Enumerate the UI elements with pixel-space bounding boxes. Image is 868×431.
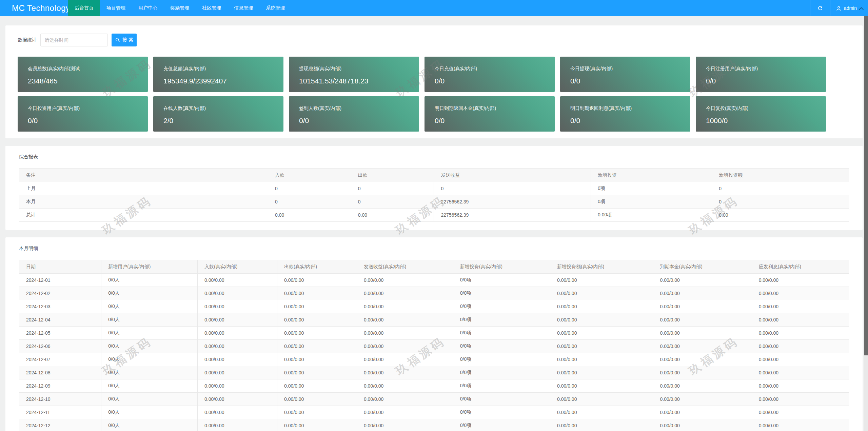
stat-card-value: 0/0 [299, 117, 419, 125]
table-cell: 0.00/0.00 [357, 287, 453, 300]
table-cell: 0.00/0.00 [550, 300, 653, 313]
table-cell: 0.00/0.00 [357, 406, 453, 419]
column-header: 备注 [19, 169, 268, 182]
table-cell: 0/0人 [101, 406, 198, 419]
nav-item-1[interactable]: 后台首页 [68, 0, 100, 16]
table-cell: 0.00/0.00 [752, 379, 849, 393]
table-cell: 0.00/0.00 [357, 379, 453, 393]
table-row: 本月0022756562.390项0 [19, 195, 849, 209]
date-range-input[interactable] [40, 34, 108, 46]
table-cell: 0.00/0.00 [653, 327, 752, 340]
table-cell: 0.00/0.00 [198, 353, 277, 366]
column-header: 入款 [268, 169, 351, 182]
stat-card-5: 今日提现(真实/内部)0/0 [560, 57, 690, 92]
table-cell: 0.00/0.00 [277, 287, 357, 300]
detail-panel: 本月明细 日期新增用户(真实/内部)入款(真实/内部)出款(真实/内部)发送收益… [5, 237, 863, 431]
table-cell: 0.00/0.00 [752, 274, 849, 287]
stat-card-value: 0/0 [706, 77, 826, 85]
table-cell: 0.00/0.00 [653, 393, 752, 406]
table-cell: 0.00/0.00 [752, 313, 849, 327]
stat-card-value: 0/0 [435, 117, 555, 125]
scrollbar-thumb[interactable] [864, 16, 868, 355]
table-row: 总计0.000.0022756562.390.00项0.00 [19, 209, 849, 222]
stat-card-title: 今日充值(真实/内部) [435, 66, 555, 72]
search-button[interactable]: 搜 索 [112, 34, 137, 46]
column-header: 新增投资额(真实/内部) [550, 260, 653, 274]
nav-item-5[interactable]: 社区管理 [196, 0, 228, 16]
table-cell: 0.00/0.00 [550, 379, 653, 393]
stat-card-title: 充值总额(真实/内部) [163, 66, 283, 72]
stat-card-value: 195349.9/23992407 [163, 77, 283, 85]
column-header: 入款(真实/内部) [198, 260, 277, 274]
table-row: 2024-12-050/0人0.00/0.000.00/0.000.00/0.0… [19, 327, 849, 340]
table-cell: 0.00/0.00 [653, 340, 752, 353]
stat-card-title: 提现总额(真实/内部) [299, 66, 419, 72]
stat-card-4: 今日充值(真实/内部)0/0 [425, 57, 555, 92]
navbar-right: admin [810, 0, 868, 16]
nav-item-7[interactable]: 系统管理 [259, 0, 291, 16]
table-cell: 0.00/0.00 [550, 274, 653, 287]
nav-item-2[interactable]: 项目管理 [100, 0, 132, 16]
table-cell: 2024-12-02 [19, 287, 101, 300]
table-row: 2024-12-100/0人0.00/0.000.00/0.000.00/0.0… [19, 393, 849, 406]
stat-cards-grid: 会员总数(真实/内部)测试2348/465充值总额(真实/内部)195349.9… [18, 57, 856, 132]
table-cell: 0/0人 [101, 287, 198, 300]
table-cell: 0/0项 [453, 366, 550, 379]
table-cell: 0.00/0.00 [653, 419, 752, 431]
table-cell: 0/0项 [453, 393, 550, 406]
stat-card-title: 今日复投(真实/内部) [706, 105, 826, 112]
table-cell: 本月 [19, 195, 268, 209]
table-cell: 0/0项 [453, 327, 550, 340]
table-cell: 0.00/0.00 [277, 366, 357, 379]
table-cell: 0/0人 [101, 366, 198, 379]
table-cell: 0.00 [712, 209, 849, 222]
table-cell: 0 [712, 182, 849, 195]
top-navbar: MC Technology 后台首页项目管理用户中心奖励管理社区管理信息管理系统… [0, 0, 868, 16]
table-cell: 2024-12-07 [19, 353, 101, 366]
table-row: 2024-12-030/0人0.00/0.000.00/0.000.00/0.0… [19, 300, 849, 313]
table-row: 2024-12-090/0人0.00/0.000.00/0.000.00/0.0… [19, 379, 849, 393]
stat-card-title: 会员总数(真实/内部)测试 [28, 66, 148, 72]
table-cell: 0.00/0.00 [550, 419, 653, 431]
table-cell: 总计 [19, 209, 268, 222]
table-cell: 0.00/0.00 [752, 287, 849, 300]
refresh-button[interactable] [810, 0, 830, 16]
stat-card-value: 2/0 [163, 117, 283, 125]
stat-card-title: 签到人数(真实/内部) [299, 105, 419, 112]
table-cell: 0.00/0.00 [653, 379, 752, 393]
table-cell: 0.00/0.00 [653, 287, 752, 300]
nav-item-3[interactable]: 用户中心 [132, 0, 164, 16]
table-cell: 0.00/0.00 [550, 393, 653, 406]
table-cell: 0.00/0.00 [752, 419, 849, 431]
table-cell: 0/0人 [101, 393, 198, 406]
stat-card-title: 明日到期返回利息(真实/内部) [570, 105, 690, 112]
report-table: 备注入款出款发送收益新增投资新增投资额上月0000项0本月0022756562.… [19, 168, 849, 222]
person-icon [836, 5, 842, 11]
nav-item-4[interactable]: 奖励管理 [164, 0, 196, 16]
table-cell: 0.00/0.00 [550, 340, 653, 353]
column-header: 发送收益 [434, 169, 591, 182]
table-cell: 0.00/0.00 [277, 353, 357, 366]
table-cell: 2024-12-03 [19, 300, 101, 313]
search-icon [115, 37, 120, 43]
stat-card-value: 0/0 [570, 117, 690, 125]
page-scrollbar[interactable] [864, 16, 868, 431]
table-row: 2024-12-070/0人0.00/0.000.00/0.000.00/0.0… [19, 353, 849, 366]
table-cell: 0/0项 [453, 274, 550, 287]
table-cell: 0 [434, 182, 591, 195]
table-cell: 22756562.39 [434, 195, 591, 209]
table-cell: 0.00 [268, 209, 351, 222]
stat-card-11: 明日到期返回利息(真实/内部)0/0 [560, 96, 690, 132]
user-menu[interactable]: admin [830, 0, 868, 16]
table-cell: 0/0项 [453, 419, 550, 431]
table-cell: 0.00/0.00 [198, 419, 277, 431]
table-cell: 0.00/0.00 [550, 313, 653, 327]
table-cell: 0.00/0.00 [198, 340, 277, 353]
table-cell: 0.00/0.00 [752, 393, 849, 406]
table-cell: 0/0人 [101, 300, 198, 313]
table-cell: 0.00/0.00 [752, 327, 849, 340]
column-header: 发送收益(真实/内部) [357, 260, 453, 274]
table-cell: 0.00项 [591, 209, 712, 222]
nav-item-6[interactable]: 信息管理 [228, 0, 259, 16]
table-cell: 0.00/0.00 [752, 300, 849, 313]
